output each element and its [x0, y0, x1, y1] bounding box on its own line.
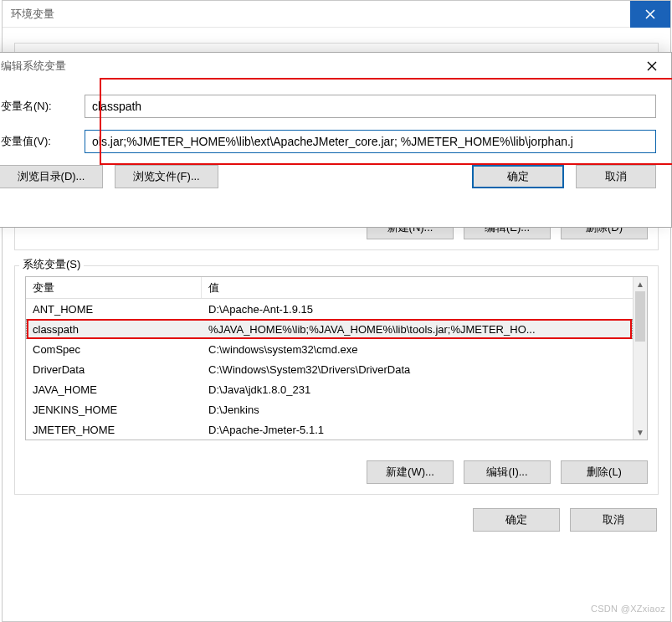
table-row[interactable]: ComSpecC:\windows\system32\cmd.exe: [26, 339, 633, 359]
row-name: JENKINS_HOME: [26, 404, 202, 416]
row-value: D:\Apache-Ant-1.9.15: [202, 303, 633, 316]
sys-new-button[interactable]: 新建(W)...: [367, 460, 454, 484]
titlebar-front: 编辑系统变量: [0, 53, 671, 80]
scroll-up-icon[interactable]: ▲: [634, 277, 647, 291]
row-name: JAVA_HOME: [26, 383, 202, 396]
close-icon[interactable]: [630, 1, 670, 28]
row-name: DriverData: [26, 363, 202, 376]
env-ok-button[interactable]: 确定: [473, 508, 560, 532]
table-row[interactable]: JENKINS_HOMED:\Jenkins: [26, 399, 633, 419]
row-value: C:\Windows\System32\Drivers\DriverData: [202, 363, 633, 376]
var-value-input[interactable]: [85, 130, 656, 153]
edit-cancel-button[interactable]: 取消: [576, 165, 656, 188]
sys-delete-button[interactable]: 删除(L): [561, 460, 648, 484]
window-title: 环境变量: [11, 1, 630, 28]
table-row[interactable]: ANT_HOMED:\Apache-Ant-1.9.15: [26, 299, 633, 319]
listview-header: 变量 值: [26, 277, 647, 299]
row-name: ANT_HOME: [26, 303, 202, 316]
env-cancel-button[interactable]: 取消: [570, 508, 657, 532]
row-name: ComSpec: [26, 343, 202, 356]
row-value: %JAVA_HOME%\lib;%JAVA_HOME%\lib\tools.ja…: [202, 323, 633, 336]
var-value-label: 变量值(V):: [0, 134, 76, 149]
col-header-value[interactable]: 值: [202, 277, 647, 298]
scroll-down-icon[interactable]: ▼: [634, 425, 647, 440]
system-vars-group: 系统变量(S) 变量 值 ANT_HOMED:\Apache-Ant-1.9.1…: [14, 265, 659, 495]
table-row[interactable]: classpath%JAVA_HOME%\lib;%JAVA_HOME%\lib…: [26, 319, 633, 339]
row-name: classpath: [26, 323, 202, 336]
row-name: JMETER_HOME: [26, 424, 202, 436]
system-vars-label: 系统变量(S): [19, 257, 84, 272]
row-value: D:\Jenkins: [202, 404, 633, 416]
table-row[interactable]: DriverDataC:\Windows\System32\Drivers\Dr…: [26, 359, 633, 379]
row-value: D:\Apache-Jmeter-5.1.1: [202, 424, 633, 436]
browse-file-button[interactable]: 浏览文件(F)...: [115, 165, 218, 188]
var-name-input[interactable]: [85, 95, 656, 118]
col-header-name[interactable]: 变量: [26, 277, 202, 298]
scroll-thumb[interactable]: [635, 291, 645, 342]
table-row[interactable]: JMETER_HOMED:\Apache-Jmeter-5.1.1: [26, 419, 633, 440]
row-value: C:\windows\system32\cmd.exe: [202, 343, 633, 356]
edit-sysvar-window: 编辑系统变量 变量名(N): 变量值(V): 浏览目录(D)... 浏览文件(F…: [0, 52, 672, 228]
row-value: D:\Java\jdk1.8.0_231: [202, 383, 633, 396]
titlebar-back: 环境变量: [3, 1, 670, 28]
system-vars-listview[interactable]: 变量 值 ANT_HOMED:\Apache-Ant-1.9.15classpa…: [25, 276, 648, 440]
close-icon[interactable]: [633, 53, 671, 80]
table-row[interactable]: JAVA_HOMED:\Java\jdk1.8.0_231: [26, 379, 633, 399]
edit-ok-button[interactable]: 确定: [472, 165, 564, 188]
vertical-scrollbar[interactable]: ▲ ▼: [633, 277, 647, 440]
edit-window-title: 编辑系统变量: [1, 53, 633, 80]
sys-edit-button[interactable]: 编辑(I)...: [464, 460, 551, 484]
var-name-label: 变量名(N):: [0, 99, 76, 114]
browse-dir-button[interactable]: 浏览目录(D)...: [0, 165, 103, 188]
